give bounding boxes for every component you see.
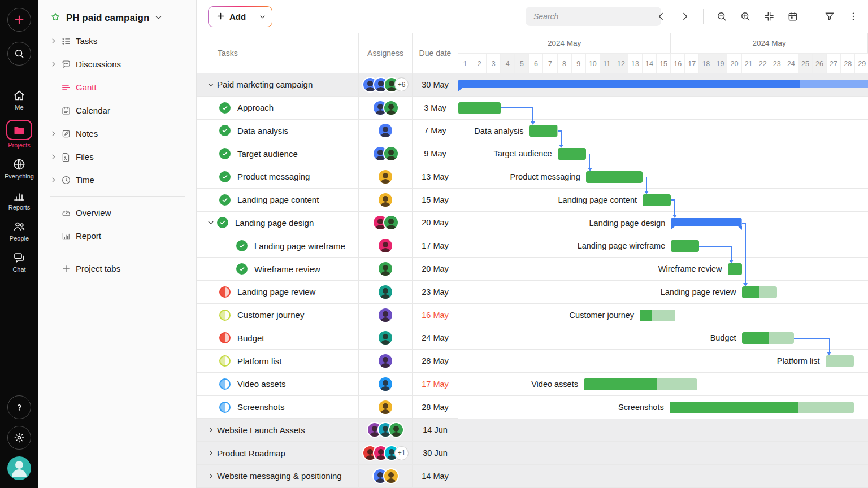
avatar[interactable] bbox=[388, 422, 404, 438]
sidebar-item-overview[interactable]: Overview bbox=[38, 201, 196, 224]
chevron-right-icon[interactable] bbox=[205, 472, 217, 480]
avatar[interactable] bbox=[377, 353, 393, 369]
rail-item-everything[interactable]: Everything bbox=[5, 158, 34, 180]
add-dropdown-caret[interactable] bbox=[253, 13, 272, 20]
status-half-lime-icon[interactable] bbox=[219, 355, 231, 367]
avatar[interactable] bbox=[383, 215, 399, 230]
rail-search-button[interactable] bbox=[7, 42, 31, 66]
gantt-bar-customer-journey[interactable] bbox=[640, 310, 675, 321]
project-title-row[interactable]: PH paid campaign bbox=[38, 0, 196, 29]
chevron-right-icon[interactable] bbox=[205, 449, 217, 457]
gantt-summary-bar-campaign[interactable] bbox=[458, 80, 868, 88]
chevron-right-icon[interactable] bbox=[50, 37, 61, 45]
status-half-blue-icon[interactable] bbox=[219, 378, 231, 390]
task-row-campaign[interactable]: Paid marketing campaign +6 30 May bbox=[197, 73, 458, 97]
gantt-summary-bar-landing-page-design[interactable] bbox=[671, 218, 741, 226]
add-button[interactable]: Add bbox=[208, 6, 272, 27]
status-done-icon[interactable] bbox=[219, 125, 231, 136]
task-row-landing-page-design[interactable]: Landing page design 20 May bbox=[197, 212, 458, 235]
status-done-icon[interactable] bbox=[236, 263, 248, 274]
chevron-down-icon[interactable] bbox=[205, 219, 217, 226]
status-done-icon[interactable] bbox=[219, 102, 231, 114]
avatar[interactable] bbox=[377, 330, 393, 346]
task-row-landing-page-review[interactable]: Landing page review 23 May bbox=[197, 281, 458, 304]
zoom-in-icon[interactable] bbox=[740, 11, 751, 22]
status-done-icon[interactable] bbox=[219, 171, 231, 182]
rail-item-people[interactable]: People bbox=[10, 220, 29, 242]
task-row-landing-page-wireframe[interactable]: Landing page wireframe 17 May bbox=[197, 234, 458, 258]
create-button[interactable] bbox=[7, 8, 31, 32]
status-done-icon[interactable] bbox=[219, 148, 231, 159]
sidebar-item-project-tabs[interactable]: Project tabs bbox=[38, 257, 196, 280]
avatar[interactable] bbox=[383, 100, 399, 116]
status-half-lime-icon[interactable] bbox=[219, 310, 231, 321]
avatar[interactable] bbox=[383, 468, 399, 484]
task-row-website-messaging[interactable]: Website messaging & positioning 14 May bbox=[197, 465, 458, 488]
task-row-screenshots[interactable]: Screenshots 28 May bbox=[197, 396, 458, 419]
gantt-bar-platform-list[interactable] bbox=[826, 355, 854, 367]
avatar-overflow-badge[interactable]: +6 bbox=[394, 77, 409, 91]
chevron-right-icon[interactable] bbox=[205, 426, 217, 434]
status-done-icon[interactable] bbox=[217, 217, 228, 228]
kebab-icon[interactable] bbox=[848, 11, 859, 22]
chevron-right-icon[interactable] bbox=[50, 176, 61, 184]
calendar-today-icon[interactable] bbox=[787, 11, 798, 22]
user-avatar[interactable] bbox=[7, 456, 31, 480]
sidebar-item-tasks[interactable]: Tasks bbox=[38, 29, 196, 53]
settings-button[interactable] bbox=[7, 426, 31, 450]
sidebar-item-discussions[interactable]: Discussions bbox=[38, 53, 196, 76]
status-done-icon[interactable] bbox=[236, 240, 248, 251]
task-row-wireframe-review[interactable]: Wireframe review 20 May bbox=[197, 258, 458, 281]
gantt-bar-video-assets[interactable] bbox=[584, 378, 697, 390]
chevron-down-icon[interactable] bbox=[205, 81, 217, 89]
collapse-icon[interactable] bbox=[763, 11, 775, 22]
gantt-bar-landing-page-wireframe[interactable] bbox=[671, 240, 699, 252]
gantt-bar-landing-page-review[interactable] bbox=[742, 286, 778, 298]
gantt-bar-wireframe-review[interactable] bbox=[728, 263, 742, 275]
toolbar-separator bbox=[703, 9, 704, 24]
rail-item-projects[interactable]: Projects bbox=[6, 120, 32, 149]
search-input[interactable] bbox=[533, 12, 646, 21]
chevron-right-icon[interactable] bbox=[679, 11, 691, 22]
filter-icon[interactable] bbox=[824, 11, 835, 22]
sidebar-item-time[interactable]: Time bbox=[38, 168, 196, 191]
task-row-approach[interactable]: Approach 3 May bbox=[197, 97, 458, 120]
gantt-bar-landing-page-content[interactable] bbox=[643, 194, 671, 206]
task-row-platform-list[interactable]: Platform list 28 May bbox=[197, 350, 458, 373]
task-row-website-launch-assets[interactable]: Website Launch Assets 14 Jun bbox=[197, 419, 458, 442]
gantt-bar-data-analysis[interactable] bbox=[529, 125, 557, 137]
sidebar-item-files[interactable]: Files bbox=[38, 145, 196, 168]
chevron-right-icon[interactable] bbox=[50, 130, 61, 137]
gantt-bar-budget[interactable] bbox=[742, 332, 795, 344]
rail-item-reports[interactable]: Reports bbox=[8, 189, 31, 211]
rail-item-me[interactable]: Me bbox=[12, 89, 26, 111]
sidebar-item-notes[interactable]: Notes bbox=[38, 122, 196, 145]
avatar[interactable] bbox=[377, 284, 393, 300]
avatar[interactable] bbox=[377, 307, 393, 323]
sidebar-item-report[interactable]: Report bbox=[38, 224, 196, 247]
help-button[interactable] bbox=[7, 395, 31, 419]
zoom-out-icon[interactable] bbox=[716, 11, 727, 22]
avatar[interactable] bbox=[377, 192, 393, 208]
star-icon[interactable] bbox=[50, 11, 61, 25]
sidebar-item-gantt[interactable]: Gantt bbox=[38, 76, 196, 99]
avatar-overflow-badge[interactable]: +1 bbox=[394, 446, 409, 460]
status-half-red-icon[interactable] bbox=[219, 332, 231, 343]
status-half-blue-icon[interactable] bbox=[219, 402, 231, 413]
gantt-bar-approach[interactable] bbox=[458, 102, 501, 114]
task-row-budget[interactable]: Budget 24 May bbox=[197, 326, 458, 350]
gantt-bar-product-messaging[interactable] bbox=[586, 171, 643, 183]
rail-item-chat[interactable]: Chat bbox=[12, 251, 26, 273]
avatar[interactable] bbox=[377, 399, 393, 415]
status-done-icon[interactable] bbox=[219, 194, 231, 206]
task-row-product-roadmap[interactable]: Product Roadmap +1 30 Jun bbox=[197, 442, 458, 465]
avatar[interactable] bbox=[377, 261, 393, 277]
chevron-right-icon[interactable] bbox=[50, 153, 61, 160]
gantt-bar-target-audience[interactable] bbox=[558, 148, 586, 160]
status-half-red-icon[interactable] bbox=[219, 286, 231, 298]
avatar[interactable] bbox=[377, 238, 393, 254]
chevron-left-icon[interactable] bbox=[656, 11, 667, 22]
chevron-right-icon[interactable] bbox=[50, 60, 61, 68]
gantt-bar-screenshots[interactable] bbox=[670, 402, 854, 413]
sidebar-item-calendar[interactable]: Calendar bbox=[38, 99, 196, 122]
